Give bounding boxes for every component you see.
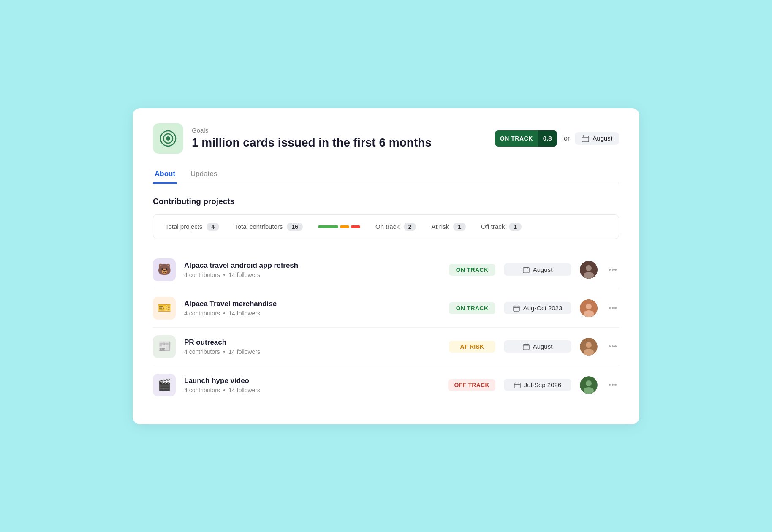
project-info-1: Alpaca travel android app refresh 4 cont… <box>184 261 440 278</box>
stats-bar: Total projects 4 Total contributors 16 O… <box>153 214 619 239</box>
more-button-1[interactable] <box>606 267 619 272</box>
project-info-4: Launch hype video 4 contributors • 14 fo… <box>184 377 440 394</box>
project-meta-3: 4 contributors • 14 followers <box>184 348 440 355</box>
status-score: 0.8 <box>538 130 557 147</box>
project-name-2: Alpaca Travel merchandise <box>184 300 440 308</box>
project-info-2: Alpaca Travel merchandise 4 contributors… <box>184 300 440 317</box>
more-button-4[interactable] <box>606 382 619 388</box>
contributing-projects: Contributing projects Total projects 4 T… <box>153 197 619 404</box>
more-button-2[interactable] <box>606 305 619 311</box>
project-name-4: Launch hype video <box>184 377 440 385</box>
header: Goals 1 million cards issued in the firs… <box>153 123 619 154</box>
project-info-3: PR outreach 4 contributors • 14 follower… <box>184 338 440 355</box>
status-badge-4: OFF TRACK <box>448 379 495 391</box>
target-icon <box>160 130 177 147</box>
table-row: 🐻 Alpaca travel android app refresh 4 co… <box>153 251 619 289</box>
goals-label: Goals <box>192 127 487 134</box>
orange-bar <box>340 225 349 228</box>
more-button-3[interactable] <box>606 344 619 349</box>
project-icon-1: 🐻 <box>153 258 176 281</box>
svg-rect-14 <box>514 306 519 311</box>
header-text: Goals 1 million cards issued in the firs… <box>192 127 487 150</box>
svg-point-12 <box>586 265 592 271</box>
project-date-4: Jul-Sep 2026 <box>504 379 571 391</box>
project-meta-2: 4 contributors • 14 followers <box>184 310 440 317</box>
total-projects-count: 4 <box>207 223 219 231</box>
tabs: About Updates <box>153 166 619 183</box>
table-row: 📰 PR outreach 4 contributors • 14 follow… <box>153 328 619 366</box>
total-projects-stat: Total projects 4 <box>165 223 219 231</box>
project-date-2: Aug-Oct 2023 <box>504 302 571 314</box>
project-name-1: Alpaca travel android app refresh <box>184 261 440 270</box>
at-risk-stat: At risk 1 <box>431 223 465 231</box>
off-track-count: 1 <box>509 223 522 231</box>
calendar-icon-3 <box>523 343 530 350</box>
svg-point-26 <box>586 342 592 348</box>
header-right: ON TRACK 0.8 for August <box>495 130 619 147</box>
project-icon-4: 🎬 <box>153 374 176 396</box>
svg-point-20 <box>584 310 594 317</box>
tab-about[interactable]: About <box>153 166 177 184</box>
avatar-3 <box>580 338 598 356</box>
project-list: 🐻 Alpaca travel android app refresh 4 co… <box>153 251 619 404</box>
status-badge-3: AT RISK <box>449 341 495 353</box>
avatar-4 <box>580 376 598 394</box>
green-bar <box>318 225 338 228</box>
date-label-4: Jul-Sep 2026 <box>524 381 561 388</box>
status-badge-1: ON TRACK <box>449 264 495 276</box>
on-track-stat: On track 2 <box>375 223 416 231</box>
svg-point-13 <box>584 272 594 279</box>
month-label: August <box>593 135 612 142</box>
project-meta-4: 4 contributors • 14 followers <box>184 387 440 394</box>
tab-updates[interactable]: Updates <box>189 166 219 184</box>
total-contributors-count: 16 <box>287 223 303 231</box>
svg-point-34 <box>584 387 594 394</box>
goal-title: 1 million cards issued in the first 6 mo… <box>192 136 487 150</box>
project-icon-2: 🎫 <box>153 297 176 320</box>
at-risk-label: At risk <box>431 223 449 230</box>
total-projects-label: Total projects <box>165 223 202 230</box>
main-card: Goals 1 million cards issued in the firs… <box>133 108 639 424</box>
calendar-icon-4 <box>514 382 521 388</box>
project-date-1: August <box>504 263 571 276</box>
total-contributors-label: Total contributors <box>234 223 283 230</box>
svg-point-19 <box>586 304 592 309</box>
on-track-badge: ON TRACK 0.8 <box>495 130 557 147</box>
calendar-icon-1 <box>523 266 530 273</box>
calendar-icon-2 <box>513 305 520 312</box>
table-row: 🎫 Alpaca Travel merchandise 4 contributo… <box>153 289 619 328</box>
svg-point-27 <box>584 349 594 356</box>
table-row: 🎬 Launch hype video 4 contributors • 14 … <box>153 366 619 404</box>
off-track-label: Off track <box>481 223 505 230</box>
on-track-count: 2 <box>404 223 416 231</box>
project-name-3: PR outreach <box>184 338 440 347</box>
calendar-icon <box>582 135 589 142</box>
svg-rect-7 <box>523 267 529 272</box>
svg-point-33 <box>586 380 592 386</box>
project-date-3: August <box>504 340 571 353</box>
svg-rect-28 <box>514 383 520 388</box>
status-text: ON TRACK <box>495 135 538 142</box>
date-label-2: Aug-Oct 2023 <box>523 304 563 312</box>
svg-point-2 <box>166 136 170 141</box>
svg-rect-21 <box>523 344 529 349</box>
at-risk-count: 1 <box>453 223 466 231</box>
month-badge[interactable]: August <box>575 132 619 145</box>
status-badge-2: ON TRACK <box>449 302 495 314</box>
avatar-2 <box>580 299 598 317</box>
project-icon-3: 📰 <box>153 335 176 358</box>
red-bar <box>351 225 360 228</box>
off-track-stat: Off track 1 <box>481 223 522 231</box>
on-track-label: On track <box>375 223 400 230</box>
color-bars <box>318 225 360 228</box>
goal-icon <box>153 123 183 154</box>
svg-rect-3 <box>582 136 589 142</box>
for-label: for <box>562 135 570 142</box>
date-label-3: August <box>533 343 553 350</box>
date-label-1: August <box>533 266 553 273</box>
project-meta-1: 4 contributors • 14 followers <box>184 271 440 278</box>
section-title: Contributing projects <box>153 197 619 206</box>
total-contributors-stat: Total contributors 16 <box>234 223 303 231</box>
avatar-1 <box>580 261 598 279</box>
